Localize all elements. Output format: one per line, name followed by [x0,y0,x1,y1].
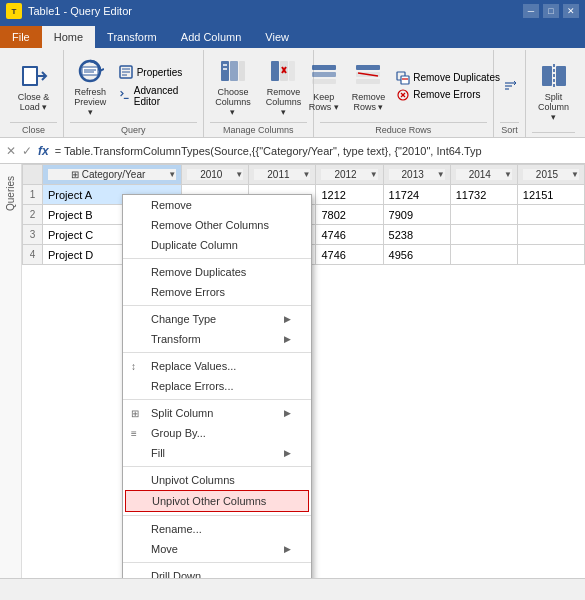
col-filter-2014[interactable]: ▼ [504,170,512,179]
formula-check-icon[interactable]: ✓ [20,142,34,160]
menu-item-duplicate-column[interactable]: Duplicate Column [123,235,311,255]
cell-1-2015[interactable]: 12151 [517,185,584,205]
formula-fx-icon[interactable]: fx [36,142,51,160]
col-filter-category[interactable]: ▼ [168,170,176,179]
cell-1-2013[interactable]: 11724 [383,185,450,205]
row-num-4: 4 [23,245,43,265]
menu-separator-4 [123,399,311,400]
remove-errors-icon [396,88,410,102]
col-header-category-div: ⊞ Category/Year ▼ [48,169,176,180]
cell-2-2013[interactable]: 7909 [383,205,450,225]
col-filter-2013[interactable]: ▼ [437,170,445,179]
close-button[interactable]: ✕ [563,4,579,18]
menu-separator-7 [123,562,311,563]
remove-rows-label: RemoveRows ▾ [352,92,386,112]
cell-3-2012[interactable]: 4746 [316,225,383,245]
refresh-preview-button[interactable]: RefreshPreview ▾ [70,53,111,119]
cell-2-2012[interactable]: 7802 [316,205,383,225]
menu-item-fill-label: Fill [151,447,165,459]
properties-label: Properties [137,67,183,78]
properties-button[interactable]: Properties [115,63,197,81]
menu-item-replace-errors[interactable]: Replace Errors... [123,376,311,396]
keep-rows-button[interactable]: KeepRows ▾ [304,58,344,114]
menu-item-move[interactable]: Move ▶ [123,539,311,559]
col-header-category[interactable]: ⊞ Category/Year ▼ [43,165,182,185]
menu-item-drill-down-label: Drill Down [151,570,201,578]
ribbon-group-reduce-rows: KeepRows ▾ RemoveRows ▾ [314,50,494,137]
remove-duplicates-ribbon-button[interactable]: Remove Duplicates [393,70,503,86]
transform-arrow: ▶ [284,334,291,344]
menu-item-transform[interactable]: Transform ▶ [123,329,311,349]
advanced-editor-button[interactable]: Advanced Editor [115,83,197,109]
ribbon-tabs: File Home Transform Add Column View [0,22,585,48]
row-num-3: 3 [23,225,43,245]
menu-item-fill[interactable]: Fill ▶ [123,443,311,463]
menu-item-unpivot-columns[interactable]: Unpivot Columns [123,470,311,490]
col-header-2010[interactable]: 2010 ▼ [182,165,249,185]
formula-input[interactable] [55,145,581,157]
menu-item-unpivot-other-columns-label: Unpivot Other Columns [152,495,266,507]
col-header-rownum [23,165,43,185]
remove-columns-icon [267,55,299,87]
col-header-2013[interactable]: 2013 ▼ [383,165,450,185]
cell-2-2015[interactable] [517,205,584,225]
choose-columns-button[interactable]: ChooseColumns ▾ [210,53,257,119]
tab-home[interactable]: Home [42,26,95,48]
cell-1-2014[interactable]: 11732 [450,185,517,205]
svg-rect-16 [239,61,245,81]
cell-4-2015[interactable] [517,245,584,265]
split-column-menu-icon: ⊞ [131,408,139,419]
close-load-button[interactable]: Close &Load ▾ [14,58,54,114]
menu-item-split-column[interactable]: ⊞ Split Column ▶ [123,403,311,423]
cell-3-2014[interactable] [450,225,517,245]
cell-1-2012[interactable]: 1212 [316,185,383,205]
maximize-button[interactable]: □ [543,4,559,18]
remove-errors-ribbon-label: Remove Errors [413,89,480,100]
menu-item-remove-duplicates[interactable]: Remove Duplicates [123,262,311,282]
col-filter-2015[interactable]: ▼ [571,170,579,179]
menu-item-change-type[interactable]: Change Type ▶ [123,309,311,329]
menu-item-remove-other-columns[interactable]: Remove Other Columns [123,215,311,235]
tab-view[interactable]: View [253,26,301,48]
advanced-editor-label: Advanced Editor [134,85,193,107]
tab-transform[interactable]: Transform [95,26,169,48]
remove-columns-button[interactable]: RemoveColumns ▾ [260,53,307,119]
menu-item-rename[interactable]: Rename... [123,519,311,539]
cell-3-2013[interactable]: 5238 [383,225,450,245]
remove-rows-button[interactable]: RemoveRows ▾ [348,58,390,114]
col-header-2012[interactable]: 2012 ▼ [316,165,383,185]
col-header-2014[interactable]: 2014 ▼ [450,165,517,185]
group-by-menu-icon: ≡ [131,428,137,439]
tab-add-column[interactable]: Add Column [169,26,254,48]
replace-values-icon: ↕ [131,361,136,372]
col-filter-2011[interactable]: ▼ [303,170,311,179]
menu-item-remove-errors[interactable]: Remove Errors [123,282,311,302]
svg-rect-40 [542,66,552,86]
menu-item-unpivot-other-columns[interactable]: Unpivot Other Columns [125,490,309,512]
remove-errors-ribbon-button[interactable]: Remove Errors [393,87,503,103]
tab-file[interactable]: File [0,26,42,48]
app-icon: T [6,3,22,19]
menu-item-remove[interactable]: Remove [123,195,311,215]
menu-item-remove-errors-label: Remove Errors [151,286,225,298]
formula-cross-icon[interactable]: ✕ [4,142,18,160]
minimize-button[interactable]: ─ [523,4,539,18]
menu-item-replace-values[interactable]: ↕ Replace Values... [123,356,311,376]
cell-4-2012[interactable]: 4746 [316,245,383,265]
refresh-icon [74,55,106,87]
col-filter-2012[interactable]: ▼ [370,170,378,179]
menu-item-drill-down[interactable]: Drill Down [123,566,311,578]
cell-2-2014[interactable] [450,205,517,225]
col-header-2015[interactable]: 2015 ▼ [517,165,584,185]
col-filter-2010[interactable]: ▼ [235,170,243,179]
sort-az-icon[interactable] [503,79,517,93]
split-column-button[interactable]: SplitColumn ▾ [532,58,575,124]
query-text-buttons: Properties Advanced Editor [115,63,197,109]
cell-4-2014[interactable] [450,245,517,265]
title-text: Table1 - Query Editor [28,5,132,17]
cell-4-2013[interactable]: 4956 [383,245,450,265]
remove-columns-label: RemoveColumns ▾ [264,87,303,117]
col-header-2011[interactable]: 2011 ▼ [249,165,316,185]
menu-item-group-by[interactable]: ≡ Group By... [123,423,311,443]
cell-3-2015[interactable] [517,225,584,245]
